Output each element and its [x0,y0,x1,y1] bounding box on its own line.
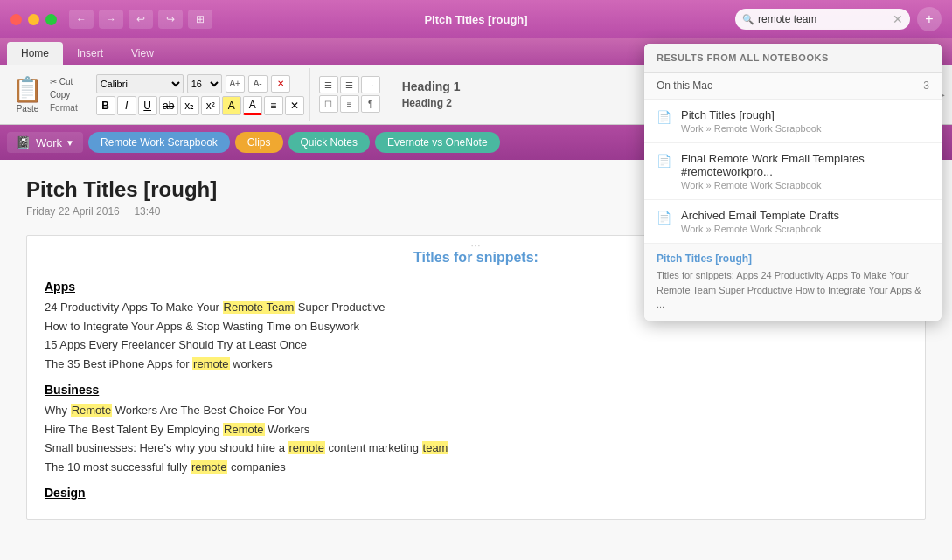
note-line: Hire The Best Talent By Employing Remote… [45,421,907,439]
format-buttons: B I U ab x₂ x² A A ≡ ✕ [96,96,304,115]
nav-back-icon[interactable]: ← [69,10,94,29]
notebook-name-label: Work [36,136,62,149]
note-line: The 10 most successful fully remote comp… [45,459,907,476]
numbered-list-button[interactable]: ☰ [340,76,359,93]
grid-view-icon[interactable]: ⊞ [188,10,212,29]
increase-size-button[interactable]: A+ [226,75,245,93]
font-controls: Calibri 16 A+ A- ✕ B I U ab x₂ [96,74,304,115]
bold-button[interactable]: B [96,96,115,115]
resize-handle[interactable]: ··· [471,241,481,251]
highlight-remote-3: Remote [223,423,265,436]
tab-insert[interactable]: Insert [63,42,117,65]
search-result-item-1[interactable]: 📄 Pitch Titles [rough] Work » Remote Wor… [644,100,942,143]
tab-quick-notes[interactable]: Quick Notes [288,132,370,153]
result-title-1: Pitch Titles [rough] [681,108,929,121]
search-box[interactable]: 🔍 ✕ [735,9,910,30]
highlight-remote-1: remote [192,357,229,370]
note-line: The 35 Best iPhone Apps for remote worke… [45,356,907,373]
list-para-group: ☰ ☰ → ☐ ≡ ¶ [314,68,386,121]
search-section-header: On this Mac 3 [644,73,942,100]
section-design-heading: Design [45,486,907,500]
document-icon-3: 📄 [657,211,672,225]
checkbox-button[interactable]: ☐ [319,95,338,113]
font-group: Calibri 16 A+ A- ✕ B I U ab x₂ [91,68,310,121]
search-preview: Pitch Titles [rough] Titles for snippets… [644,244,942,321]
strikethrough-button[interactable]: ab [159,96,178,115]
minimize-button[interactable] [28,14,39,25]
note-line: Small businesses: Here's why you should … [45,439,907,457]
preview-text: Titles for snippets: Apps 24 Productivit… [657,268,929,312]
paste-label: Paste [17,104,39,114]
paste-icon: 📋 [12,75,43,104]
result-path-3: Work » Remote Work Scrapbook [681,224,929,234]
indent-button[interactable]: → [361,76,380,93]
italic-button[interactable]: I [117,96,136,115]
preview-note-title: Pitch Titles [rough] [657,252,929,265]
highlight-remote-5: remote [191,460,227,474]
titlebar-icons: ← → ↩ ↪ ⊞ [69,10,212,29]
close-button[interactable] [10,14,22,25]
cut-copy-format-group: ✂ Cut Copy Format [46,76,81,114]
tab-view[interactable]: View [117,42,168,65]
clear-btn2[interactable]: ✕ [285,96,304,115]
window-controls [10,14,57,25]
tab-remote-work-scrapbook[interactable]: Remote Work Scrapbook [88,132,230,153]
result-text-1: Pitch Titles [rough] Work » Remote Work … [681,108,929,134]
notebook-selector[interactable]: 📓 Work ▼ [7,132,83,153]
bullet-list-button[interactable]: ☰ [319,76,338,93]
search-dropdown: RESULTS FROM ALL NOTEBOOKS On this Mac 3… [644,44,942,321]
align-button[interactable]: ≡ [264,96,283,115]
search-result-item-2[interactable]: 📄 Final Remote Work Email Templates #rem… [644,143,942,200]
add-user-button[interactable]: + [917,7,942,31]
window-title: Pitch Titles [rough] [424,13,527,26]
search-icon: 🔍 [742,14,754,25]
tab-evernote-vs-onenote[interactable]: Evernote vs OneNote [375,132,500,153]
document-icon-2: 📄 [657,154,672,168]
highlight-remote-2: Remote [71,404,113,417]
document-icon-1: 📄 [657,110,672,124]
search-dropdown-header: RESULTS FROM ALL NOTEBOOKS [644,44,942,73]
copy-button[interactable]: Copy [46,89,81,100]
paste-group: 📋 Paste ✂ Cut Copy Format [7,68,87,121]
note-line: 15 Apps Every Freelancer Should Try at L… [45,336,907,354]
history-forward-icon[interactable]: ↪ [158,10,183,29]
note-line: Why Remote Workers Are The Best Choice F… [45,402,907,419]
history-back-icon[interactable]: ↩ [129,10,153,29]
tab-home[interactable]: Home [7,42,63,65]
nav-forward-icon[interactable]: → [99,10,123,29]
titlebar-search-area: 🔍 ✕ + [735,7,942,31]
search-clear-icon[interactable]: ✕ [893,12,903,26]
decrease-size-button[interactable]: A- [248,75,268,93]
highlight-button[interactable]: A [222,96,241,115]
titlebar: ← → ↩ ↪ ⊞ Pitch Titles [rough] 🔍 ✕ + [0,0,952,38]
underline-button[interactable]: U [138,96,157,115]
result-text-2: Final Remote Work Email Templates #remot… [681,152,929,190]
highlight-remote-team: Remote Team [223,301,295,314]
result-title-3: Archived Email Template Drafts [681,209,929,222]
paste-button[interactable]: 📋 Paste [12,75,43,114]
subscript-button[interactable]: x₂ [180,96,199,115]
font-size-select[interactable]: 16 [187,74,222,93]
align2-button[interactable]: ≡ [340,95,359,113]
highlight-remote-4: remote [288,441,325,454]
result-path-2: Work » Remote Work Scrapbook [681,180,929,190]
highlight-team: team [422,441,449,454]
result-title-2: Final Remote Work Email Templates #remot… [681,152,929,178]
font-color-button[interactable]: A [243,96,262,115]
cut-button[interactable]: ✂ Cut [46,76,81,87]
result-path-1: Work » Remote Work Scrapbook [681,123,929,134]
search-input[interactable] [758,13,889,25]
maximize-button[interactable] [45,14,57,25]
search-section-label: On this Mac [657,80,712,92]
search-result-item-3[interactable]: 📄 Archived Email Template Drafts Work » … [644,200,942,244]
section-business-heading: Business [45,383,907,397]
search-section-count: 3 [923,80,929,92]
result-text-3: Archived Email Template Drafts Work » Re… [681,209,929,234]
font-family-select[interactable]: Calibri [96,74,184,93]
superscript-button[interactable]: x² [201,96,220,115]
clear-format-button[interactable]: ✕ [271,75,290,93]
tab-clips[interactable]: Clips [235,132,283,153]
font-row1: Calibri 16 A+ A- ✕ [96,74,304,93]
format-para-button[interactable]: ¶ [361,95,380,113]
notebook-icon: 📓 [16,135,31,149]
